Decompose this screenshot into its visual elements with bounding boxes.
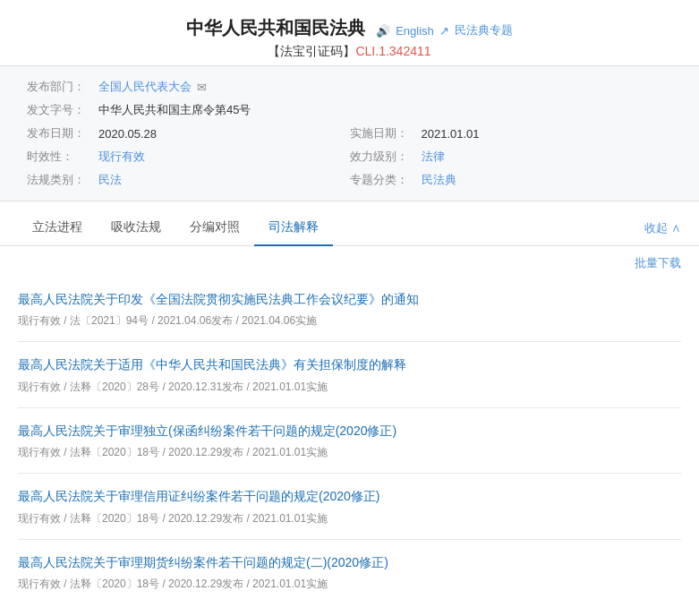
header-icons: 🔊 English ↗ 民法典专题 <box>376 22 513 38</box>
list-item: 最高人民法院关于审理期货纠纷案件若干问题的规定(二)(2020修正)现行有效 /… <box>18 540 681 604</box>
publish-date-value: 2020.05.28 <box>98 127 350 141</box>
special-topic-link[interactable]: 民法典专题 <box>455 22 513 38</box>
batch-download-button[interactable]: 批量下载 <box>18 246 681 277</box>
email-icon[interactable]: ✉ <box>197 81 207 94</box>
citation-line: 【法宝引证码】CLI.1.342411 <box>0 44 699 60</box>
issue-number-value: 中华人民共和国主席令第45号 <box>98 102 350 118</box>
special-class-value[interactable]: 民法典 <box>422 172 673 188</box>
effect-date-value: 2021.01.01 <box>422 127 673 141</box>
publish-date-label: 发布日期： <box>27 125 98 141</box>
volume-icon[interactable]: 🔊 <box>376 24 390 38</box>
doc-meta: 现行有效 / 法释〔2020〕18号 / 2020.12.29发布 / 2021… <box>18 576 681 592</box>
tab-absorbed-regs[interactable]: 吸收法规 <box>97 210 175 246</box>
doc-title[interactable]: 最高人民法院关于适用《中华人民共和国民法典》有关担保制度的解释 <box>18 355 681 374</box>
doc-meta: 现行有效 / 法〔2021〕94号 / 2021.04.06发布 / 2021.… <box>18 312 681 329</box>
tabs-section: 立法进程 吸收法规 分编对照 司法解释 收起 ∧ <box>0 210 699 246</box>
issue-number-label: 发文字号： <box>27 102 98 118</box>
page-title: 中华人民共和国民法典 <box>186 18 365 38</box>
validity-label: 时效性： <box>27 149 98 165</box>
list-item: 最高人民法院关于审理信用证纠纷案件若干问题的规定(2020修正)现行有效 / 法… <box>18 474 681 539</box>
effect-level-label: 效力级别： <box>350 149 422 165</box>
doc-title[interactable]: 最高人民法院关于审理独立(保函纠纷案件若干问题的规定(2020修正) <box>18 421 681 441</box>
tab-comparison[interactable]: 分编对照 <box>175 210 254 246</box>
law-type-label: 法规类别： <box>27 172 98 188</box>
validity-value[interactable]: 现行有效 <box>98 149 350 165</box>
publish-dept-value[interactable]: 全国人民代表大会 <box>98 79 192 95</box>
citation-code: CLI.1.342411 <box>355 44 430 58</box>
tab-judicial-interp[interactable]: 司法解释 <box>254 210 333 246</box>
tab-legislation-progress[interactable]: 立法进程 <box>18 210 97 246</box>
list-item: 最高人民法院关于印发《全国法院贯彻实施民法典工作会议纪要》的通知现行有效 / 法… <box>18 277 681 342</box>
effect-level-value[interactable]: 法律 <box>422 149 673 165</box>
doc-title[interactable]: 最高人民法院关于审理期货纠纷案件若干问题的规定(二)(2020修正) <box>18 552 681 572</box>
collapse-button[interactable]: 收起 ∧ <box>644 220 681 236</box>
doc-title[interactable]: 最高人民法院关于印发《全国法院贯彻实施民法典工作会议纪要》的通知 <box>18 289 681 309</box>
tabs-list: 立法进程 吸收法规 分编对照 司法解释 <box>18 210 333 245</box>
content-area: 批量下载 最高人民法院关于印发《全国法院贯彻实施民法典工作会议纪要》的通知现行有… <box>0 246 699 604</box>
share-icon[interactable]: ↗ <box>439 24 449 38</box>
doc-meta: 现行有效 / 法释〔2020〕18号 / 2020.12.29发布 / 2021… <box>18 510 681 526</box>
page-header: 中华人民共和国民法典 🔊 English ↗ 民法典专题 【法宝引证码】CLI.… <box>0 0 699 66</box>
publish-dept-row: 全国人民代表大会 ✉ <box>98 79 350 95</box>
doc-title[interactable]: 最高人民法院关于审理信用证纠纷案件若干问题的规定(2020修正) <box>18 486 681 506</box>
info-grid: 发布部门： 全国人民代表大会 ✉ 发文字号： 中华人民共和国主席令第45号 发布… <box>27 79 672 188</box>
doc-meta: 现行有效 / 法释〔2020〕18号 / 2020.12.29发布 / 2021… <box>18 444 681 460</box>
list-item: 最高人民法院关于审理独立(保函纠纷案件若干问题的规定(2020修正)现行有效 /… <box>18 408 681 474</box>
list-item: 最高人民法院关于适用《中华人民共和国民法典》有关担保制度的解释现行有效 / 法释… <box>18 342 681 407</box>
publish-dept-label: 发布部门： <box>27 79 98 95</box>
document-list: 最高人民法院关于印发《全国法院贯彻实施民法典工作会议纪要》的通知现行有效 / 法… <box>18 277 681 604</box>
citation-bracket: 【法宝引证码】 <box>268 44 355 58</box>
info-section: 发布部门： 全国人民代表大会 ✉ 发文字号： 中华人民共和国主席令第45号 发布… <box>0 66 699 201</box>
special-class-label: 专题分类： <box>350 172 422 188</box>
doc-meta: 现行有效 / 法释〔2020〕28号 / 2020.12.31发布 / 2021… <box>18 379 681 395</box>
law-type-value[interactable]: 民法 <box>98 172 350 188</box>
effect-date-label: 实施日期： <box>350 125 422 141</box>
english-link[interactable]: English <box>396 24 434 38</box>
